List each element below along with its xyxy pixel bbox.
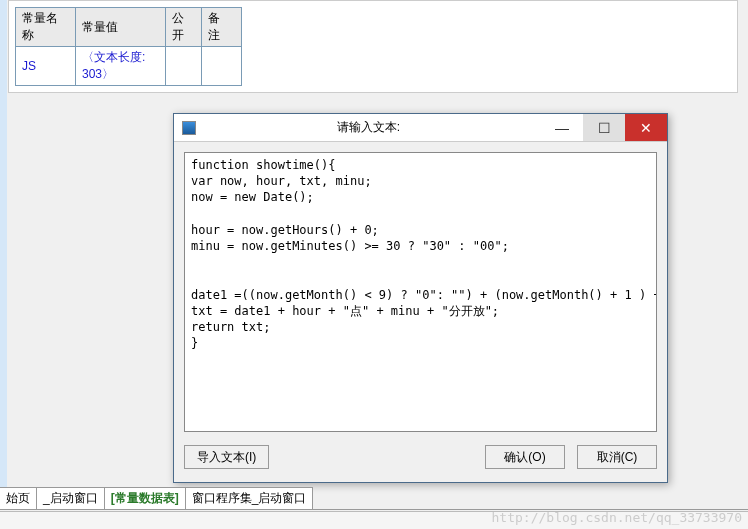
input-text-dialog: 请输入文本: — ☐ ✕ 导入文本(I) 确认(O) 取消(C) — [173, 113, 668, 483]
dialog-titlebar[interactable]: 请输入文本: — ☐ ✕ — [174, 114, 667, 142]
dialog-title: 请输入文本: — [196, 119, 541, 136]
cell-note[interactable] — [202, 47, 242, 86]
tab-window-procs[interactable]: 窗口程序集_启动窗口 — [185, 487, 314, 509]
tab-start-window[interactable]: _启动窗口 — [36, 487, 105, 509]
text-input-area[interactable] — [184, 152, 657, 432]
cancel-button[interactable]: 取消(C) — [577, 445, 657, 469]
import-text-button[interactable]: 导入文本(I) — [184, 445, 269, 469]
constant-table: 常量名称 常量值 公开 备 注 JS 〈文本长度: 303〉 — [15, 7, 242, 86]
close-button[interactable]: ✕ — [625, 114, 667, 141]
minimize-button[interactable]: — — [541, 114, 583, 141]
th-public: 公开 — [166, 8, 202, 47]
constant-table-panel: 常量名称 常量值 公开 备 注 JS 〈文本长度: 303〉 — [8, 0, 738, 93]
th-note: 备 注 — [202, 8, 242, 47]
cell-value[interactable]: 〈文本长度: 303〉 — [76, 47, 166, 86]
cell-public[interactable] — [166, 47, 202, 86]
tab-start-page[interactable]: 始页 — [0, 487, 37, 509]
tab-constant-data[interactable]: [常量数据表] — [104, 487, 186, 509]
maximize-button[interactable]: ☐ — [583, 114, 625, 141]
th-value: 常量值 — [76, 8, 166, 47]
app-icon — [182, 121, 196, 135]
watermark-text: http://blog.csdn.net/qq_33733970 — [492, 510, 742, 525]
cell-name[interactable]: JS — [16, 47, 76, 86]
table-row[interactable]: JS 〈文本长度: 303〉 — [16, 47, 242, 86]
ok-button[interactable]: 确认(O) — [485, 445, 565, 469]
th-name: 常量名称 — [16, 8, 76, 47]
bottom-tabs: 始页 _启动窗口 [常量数据表] 窗口程序集_启动窗口 — [0, 487, 312, 509]
